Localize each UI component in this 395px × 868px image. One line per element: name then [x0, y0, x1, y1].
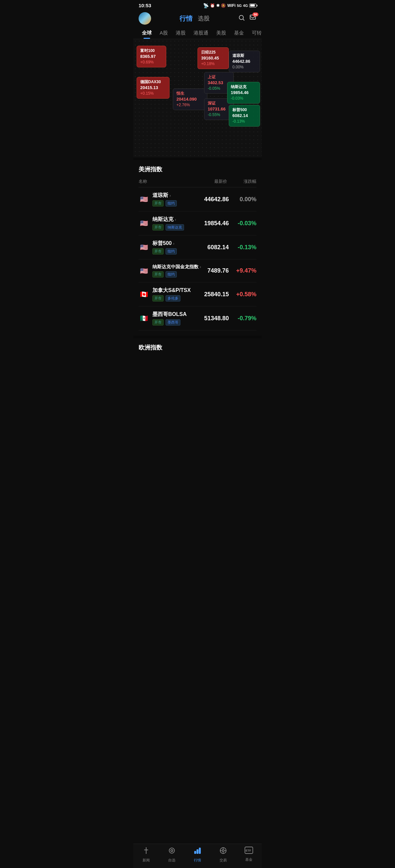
ncdx-name: 纳斯达克中国金龙指数 — [152, 264, 198, 270]
nasdaq-chevron: › — [175, 217, 176, 222]
bolsa-name: 墨西哥BOLSA — [152, 311, 187, 318]
tab-hk-connect[interactable]: 港股通 — [190, 27, 211, 39]
ncdx-info: 纳斯达克中国金龙指数 › 开市 纽约 — [152, 264, 201, 278]
market-row-tsx[interactable]: 🇨🇦 加拿大S&P/TSX 开市 多伦多 25840.15 +0.58% — [139, 282, 256, 306]
dow-chevron: › — [170, 193, 171, 198]
nasdaq-price: 19854.46 — [204, 220, 229, 227]
tab-navigation: 全球 A股 港股 港股通 美股 基金 可转 ☰ — [133, 27, 262, 39]
svg-line-1 — [243, 19, 244, 20]
bluetooth-icon: ✱ — [216, 3, 220, 8]
header: 行情 选股 50 — [133, 9, 262, 27]
nasdaq-change: -0.03% — [232, 220, 256, 227]
bolsa-info: 墨西哥BOLSA 开市 墨西哥 — [152, 311, 201, 326]
status-bar: 10:53 📡 ⏰ ✱ 🔕 WiFi 5G 4G — [133, 0, 262, 9]
nasdaq-tags: 开市 纳斯达克 — [152, 224, 201, 230]
avatar[interactable] — [139, 12, 151, 25]
sp500-price: 6082.14 — [204, 244, 229, 251]
wifi-icon: WiFi — [227, 3, 235, 8]
market-card-ftse100[interactable]: 富时100 8365.97 +0.69% — [137, 46, 166, 67]
tab-funds[interactable]: 基金 — [231, 27, 247, 39]
bolsa-price: 51348.80 — [204, 315, 229, 322]
tsx-tags: 开市 多伦多 — [152, 295, 201, 302]
market-card-nikkei[interactable]: 日经225 39160.45 +0.18% — [198, 48, 229, 69]
header-title: 行情 选股 — [155, 14, 234, 23]
sp500-name: 标普500 — [152, 240, 172, 247]
alarm-icon: ⏰ — [210, 3, 215, 8]
dow-tag-open: 开市 — [152, 200, 164, 207]
market-row-dow[interactable]: 🇺🇸 道琼斯 › 开市 纽约 44642.86 0.00% — [139, 187, 256, 211]
flag-us-sp500: 🇺🇸 — [139, 244, 149, 251]
message-badge: 50 — [252, 12, 258, 17]
header-name-col: 名称 — [139, 179, 198, 184]
tab-global[interactable]: 全球 — [139, 27, 155, 39]
tab-hk-shares[interactable]: 港股 — [172, 27, 189, 39]
bolsa-change: -0.79% — [232, 315, 256, 322]
sp500-tag-open: 开市 — [152, 248, 164, 254]
dow-tag-ny: 纽约 — [166, 200, 177, 207]
header-change-col: 涨跌幅 — [227, 179, 257, 184]
flag-ca-tsx: 🇨🇦 — [139, 291, 149, 298]
market-card-dax[interactable]: 德国DAX30 20415.13 +0.15% — [137, 77, 170, 99]
nasdaq-info: 纳斯达克 › 开市 纳斯达克 — [152, 216, 201, 230]
search-button[interactable] — [238, 14, 245, 23]
bolsa-tag-open: 开市 — [152, 319, 164, 326]
dow-tags: 开市 纽约 — [152, 200, 201, 207]
nasdaq-name: 纳斯达克 — [152, 216, 173, 223]
sp500-info: 标普500 › 开市 纽约 — [152, 240, 201, 254]
tab-a-shares[interactable]: A股 — [157, 27, 171, 39]
market-row-sp500[interactable]: 🇺🇸 标普500 › 开市 纽约 6082.14 -0.13% — [139, 236, 256, 259]
message-button[interactable]: 50 — [249, 14, 256, 23]
tsx-tag-open: 开市 — [152, 295, 164, 302]
dow-name: 道琼斯 — [152, 192, 168, 199]
sp500-tags: 开市 纽约 — [152, 248, 201, 254]
battery-icon — [249, 4, 256, 7]
tsx-name: 加拿大S&P/TSX — [152, 287, 191, 294]
market-card-nasdaq-map[interactable]: 纳斯达克 19854.46 -0.03% — [227, 82, 260, 103]
flag-us-ncdx: 🇺🇸 — [139, 267, 149, 275]
header-main-title[interactable]: 行情 — [179, 14, 193, 23]
europe-section: 欧洲指数 — [133, 338, 262, 354]
market-row-bolsa[interactable]: 🇲🇽 墨西哥BOLSA 开市 墨西哥 51348.80 -0.79% — [139, 306, 256, 331]
dow-info: 道琼斯 › 开市 纽约 — [152, 192, 201, 207]
market-row-nasdaq-china[interactable]: 🇺🇸 纳斯达克中国金龙指数 › 开市 纽约 7489.76 +9.47% — [139, 259, 256, 282]
mute-icon: 🔕 — [221, 3, 226, 8]
nasdaq-tag-exchange: 纳斯达克 — [166, 224, 184, 230]
dow-change: 0.00% — [232, 196, 256, 203]
tab-us-shares[interactable]: 美股 — [213, 27, 229, 39]
sp500-tag-ny: 纽约 — [166, 248, 177, 254]
header-sub-title[interactable]: 选股 — [198, 14, 210, 22]
flag-mx-bolsa: 🇲🇽 — [139, 315, 149, 322]
svg-point-0 — [239, 15, 244, 20]
europe-title: 欧洲指数 — [139, 344, 256, 351]
tsx-change: +0.58% — [232, 291, 256, 298]
signal-4g: 4G — [243, 4, 248, 7]
tsx-info: 加拿大S&P/TSX 开市 多伦多 — [152, 287, 201, 302]
notification-icon: 📡 — [203, 3, 209, 8]
tab-convertible[interactable]: 可转 — [249, 27, 262, 39]
market-row-nasdaq[interactable]: 🇺🇸 纳斯达克 › 开市 纳斯达克 19854.46 -0.03% — [139, 211, 256, 236]
market-card-dow-map[interactable]: 道琼斯 44642.86 0.00% — [229, 51, 260, 72]
market-card-hangseng[interactable]: 恒生 20414.090 +2.76% — [173, 88, 207, 110]
dow-price: 44642.86 — [204, 196, 229, 203]
world-map-section: 富时100 8365.97 +0.69% 日经225 39160.45 +0.1… — [133, 39, 262, 157]
sp500-change: -0.13% — [232, 244, 256, 251]
tsx-price: 25840.15 — [204, 291, 229, 298]
signal-5g: 5G — [237, 4, 242, 7]
header-actions: 50 — [238, 14, 256, 23]
market-card-sp500-map[interactable]: 标普500 6082.14 -0.13% — [229, 105, 260, 127]
flag-us-dow: 🇺🇸 — [139, 196, 149, 203]
nasdaq-tag-open: 开市 — [152, 224, 164, 230]
status-time: 10:53 — [139, 3, 151, 8]
tsx-tag-city: 多伦多 — [166, 295, 180, 302]
table-header: 名称 最新价 涨跌幅 — [139, 177, 256, 187]
status-icons: 📡 ⏰ ✱ 🔕 WiFi 5G 4G — [203, 3, 256, 8]
ncdx-tags: 开市 纽约 — [152, 271, 201, 278]
americas-title: 美洲指数 — [139, 165, 256, 173]
flag-us-nasdaq: 🇺🇸 — [139, 220, 149, 227]
americas-section: 美洲指数 名称 最新价 涨跌幅 🇺🇸 道琼斯 › 开市 纽约 44642.86 … — [133, 160, 262, 336]
section-divider-1 — [133, 157, 262, 160]
header-price-col: 最新价 — [198, 179, 227, 184]
ncdx-chevron: › — [200, 265, 201, 269]
sp500-chevron: › — [173, 241, 174, 246]
bolsa-tag-city: 墨西哥 — [166, 319, 180, 326]
